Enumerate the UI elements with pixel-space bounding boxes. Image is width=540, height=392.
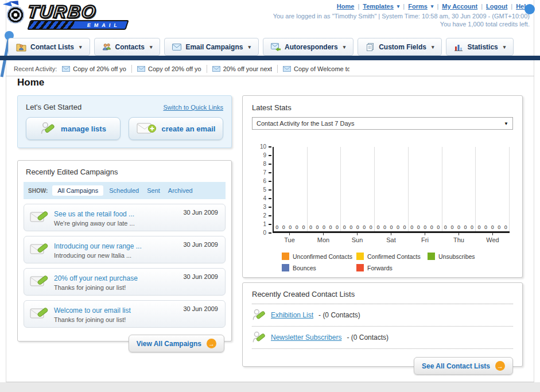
chevron-down-icon: ▾ [432, 44, 434, 50]
campaign-title-link[interactable]: 20% off your next purchase [54, 274, 138, 282]
y-tick-mark [269, 189, 271, 191]
y-tick-mark [269, 172, 271, 173]
latest-stats-title: Latest Stats [252, 103, 513, 112]
turbo-email-logo[interactable]: TURBO EMAIL [5, 2, 142, 34]
contact-list-link[interactable]: Newsletter Subscribers [271, 333, 341, 341]
x-axis-label: Tue [273, 233, 306, 243]
data-value-label: 0 [349, 224, 352, 230]
recent-activity-item[interactable]: Copy of Welcome to [283, 65, 349, 72]
nav-tab-contacts[interactable]: Contacts ▾ [94, 38, 161, 56]
tab-scheduled[interactable]: Scheduled [109, 187, 139, 194]
data-value-label: 0 [383, 224, 386, 230]
stats-period-select[interactable]: Contact Activity for the Last 7 Days ▼ [252, 117, 513, 130]
data-value-label: 0 [343, 224, 346, 230]
nav-tab-autoresponders[interactable]: Autoresponders ▾ [263, 38, 353, 56]
recent-activity-item[interactable]: Copy of 20% off yo [62, 65, 126, 72]
data-value-label: 0 [491, 224, 494, 230]
x-axis-label: Sat [374, 233, 408, 243]
contact-list-row[interactable]: Newsletter Subscribers - (0 Contacts) [252, 327, 513, 349]
y-tick-label: 1 [263, 222, 266, 227]
data-value-label: 0 [316, 224, 319, 230]
tab-all-campaigns[interactable]: All Campaigns [52, 185, 103, 196]
nav-tab-email-campaigns[interactable]: Email Campaigns ▾ [164, 38, 259, 56]
contact-lists-folder-icon [16, 42, 26, 52]
data-value-label: 0 [329, 224, 332, 230]
nav-divider-bar [0, 56, 540, 60]
logo-stripes [29, 21, 75, 29]
contact-list-link[interactable]: Exhibition List [271, 311, 313, 319]
legend-swatch [428, 253, 435, 260]
data-value-label: 0 [484, 224, 487, 230]
header-link-templates[interactable]: Templates [363, 3, 394, 10]
data-value-label: 0 [323, 224, 325, 230]
manage-lists-button[interactable]: manage lists [26, 117, 121, 140]
divider [6, 76, 534, 76]
turbocharger-icon [5, 4, 26, 26]
recent-activity-item[interactable]: 20% off your next [212, 65, 272, 72]
login-status-text: You are logged in as "Timothy Smith" | S… [273, 13, 530, 20]
chart-plot: 00000000000000000000000000000000000 [273, 147, 510, 233]
switch-quick-links[interactable]: Switch to Quick Links [163, 104, 223, 111]
recent-activity-item[interactable]: Copy of 20% off yo [137, 65, 201, 72]
contact-list-row[interactable]: Exhibition List - (0 Contacts) [252, 304, 513, 327]
campaign-date: 30 Jun 2009 [183, 241, 218, 248]
see-all-contact-lists-button[interactable]: See All Contact Lists → [414, 357, 513, 375]
envelope-pencil-icon [30, 241, 49, 257]
data-value-label: 0 [397, 224, 399, 230]
data-value-label: 0 [363, 224, 366, 230]
chevron-down-icon: ▾ [431, 3, 434, 9]
page-footer-strip [0, 382, 540, 392]
y-tick-mark [269, 207, 271, 208]
nav-tab-contact-lists[interactable]: Contact Lists ▾ [8, 38, 90, 56]
legend-item: Unsubscribes [428, 253, 494, 260]
data-value-label: 0 [417, 224, 420, 230]
data-value-label: 0 [336, 224, 339, 230]
nav-tab-statistics[interactable]: Statistics ▾ [446, 38, 514, 56]
x-axis-label: Mon [306, 233, 340, 243]
chevron-down-icon: ▾ [248, 44, 251, 50]
recent-activity-label: Recent Activity: [14, 65, 57, 72]
data-value-label: 0 [424, 224, 426, 230]
get-started-title: Let's Get Started [26, 103, 81, 111]
legend-item: Confirmed Contacts [356, 253, 428, 260]
header-link-home[interactable]: Home [337, 3, 355, 10]
x-labels: TueMonSunSatFriThuWed [273, 233, 510, 243]
header-link-my-account[interactable]: My Account [442, 3, 477, 10]
contacts-people-icon [102, 42, 111, 52]
campaign-row[interactable]: See us at the retail food ... We're givi… [24, 204, 226, 231]
y-tick-label: 6 [263, 178, 266, 184]
nav-tab-label: Contacts [115, 43, 145, 51]
chevron-down-icon: ▾ [503, 44, 506, 50]
campaign-row[interactable]: Introducing our new range ... Introducin… [24, 236, 226, 263]
campaign-title-link[interactable]: See us at the retail food ... [54, 210, 134, 218]
campaign-title-link[interactable]: Welcome to our email list [54, 306, 131, 315]
get-started-panel: Let's Get Started Switch to Quick Links … [17, 95, 232, 148]
create-email-button[interactable]: create an email [129, 117, 223, 140]
y-tick-label: 3 [263, 204, 266, 210]
contact-list-count: - (0 Contacts) [347, 333, 389, 341]
contact-lists-title: Recently Created Contact Lists [252, 290, 513, 298]
chart-day-group: 00000 [307, 147, 341, 231]
arrow-right-icon: → [207, 339, 216, 348]
nav-tab-custom-fields[interactable]: Custom Fields ▾ [358, 38, 442, 56]
campaign-row[interactable]: Welcome to our email list Thanks for joi… [24, 300, 226, 328]
header-link-logout[interactable]: Logout [486, 3, 507, 10]
y-tick-label: 7 [263, 170, 266, 176]
envelope-icon [172, 44, 181, 51]
campaign-subtitle: Thanks for joining our list! [54, 284, 219, 291]
y-tick-mark [269, 215, 271, 216]
data-value-label: 0 [309, 224, 312, 230]
chart-day-group: 00000 [475, 147, 510, 231]
data-value-label: 0 [478, 224, 481, 230]
campaign-title-link[interactable]: Introducing our new range ... [54, 242, 142, 250]
legend-item: Bounces [282, 264, 356, 271]
legend-swatch [282, 264, 289, 271]
y-axis: 012345678910 [252, 147, 271, 233]
campaign-date: 30 Jun 2009 [183, 305, 218, 312]
campaign-row[interactable]: 20% off your next purchase Thanks for jo… [24, 268, 226, 296]
view-all-campaigns-button[interactable]: View All Campaigns → [129, 335, 224, 352]
header-link-forms[interactable]: Forms [408, 3, 428, 10]
tab-archived[interactable]: Archived [168, 187, 193, 194]
data-value-label: 0 [471, 224, 473, 230]
tab-sent[interactable]: Sent [147, 187, 160, 194]
